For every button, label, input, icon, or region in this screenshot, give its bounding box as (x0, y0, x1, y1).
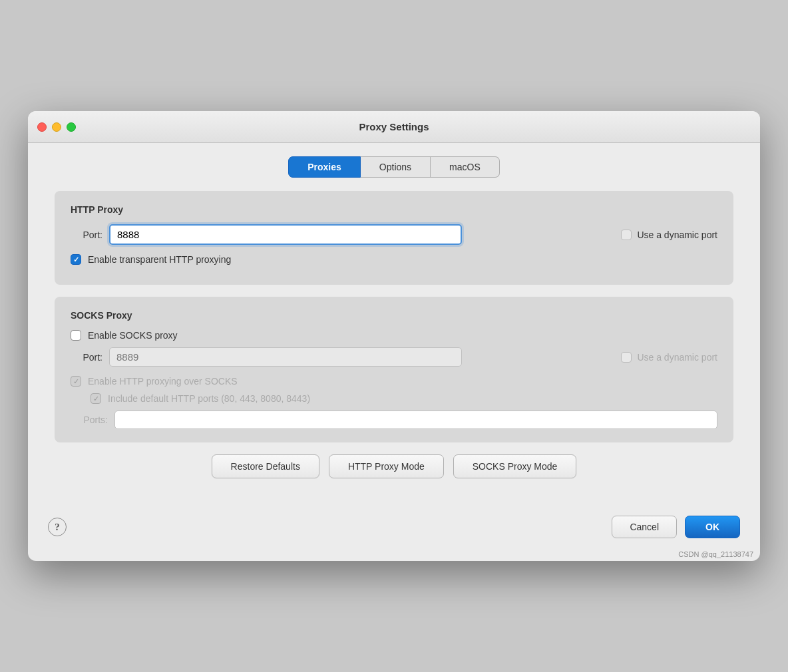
restore-defaults-button[interactable]: Restore Defaults (212, 454, 319, 478)
socks-proxy-mode-button[interactable]: SOCKS Proxy Mode (453, 454, 577, 478)
tab-macos[interactable]: macOS (431, 156, 500, 178)
http-port-input[interactable] (109, 224, 462, 245)
tab-proxies[interactable]: Proxies (288, 156, 361, 178)
titlebar: Proxy Settings (28, 111, 760, 143)
default-ports-row: Include default HTTP ports (80, 443, 808… (91, 393, 717, 404)
help-button[interactable]: ? (48, 518, 67, 536)
minimize-button[interactable] (52, 122, 61, 132)
http-proxy-section: HTTP Proxy Port: Use a dynamic port Enab… (55, 191, 733, 285)
socks-dynamic-port-label: Use a dynamic port (637, 352, 717, 363)
maximize-button[interactable] (67, 122, 76, 132)
enable-socks-label: Enable SOCKS proxy (88, 330, 178, 341)
close-button[interactable] (37, 122, 47, 132)
socks-proxy-section: SOCKS Proxy Enable SOCKS proxy Port: Use… (55, 297, 733, 442)
http-dynamic-port-wrap: Use a dynamic port (621, 230, 717, 240)
traffic-lights (37, 122, 76, 132)
custom-ports-input[interactable] (114, 411, 717, 429)
footer: ? Cancel OK (28, 505, 760, 550)
transparent-proxying-row: Enable transparent HTTP proxying (71, 254, 717, 265)
ok-button[interactable]: OK (685, 516, 740, 538)
socks-dynamic-port-checkbox[interactable] (621, 352, 632, 363)
main-content: Proxies Options macOS HTTP Proxy Port: U… (28, 143, 760, 505)
enable-socks-row: Enable SOCKS proxy (71, 330, 717, 341)
http-over-socks-row: Enable HTTP proxying over SOCKS (71, 376, 717, 387)
cancel-button[interactable]: Cancel (612, 516, 677, 538)
http-over-socks-label: Enable HTTP proxying over SOCKS (88, 376, 238, 387)
default-ports-checkbox[interactable] (91, 393, 101, 404)
socks-port-label: Port: (71, 352, 102, 363)
tab-bar: Proxies Options macOS (55, 156, 733, 178)
footer-right: Cancel OK (612, 516, 740, 538)
http-dynamic-port-checkbox[interactable] (621, 230, 632, 240)
transparent-proxying-label: Enable transparent HTTP proxying (88, 254, 231, 265)
http-dynamic-port-label: Use a dynamic port (637, 230, 717, 240)
enable-socks-checkbox[interactable] (71, 330, 81, 341)
proxy-settings-window: Proxy Settings Proxies Options macOS HTT… (28, 111, 760, 561)
http-port-row: Port: Use a dynamic port (71, 224, 717, 245)
bottom-buttons: Restore Defaults HTTP Proxy Mode SOCKS P… (55, 454, 733, 478)
tab-options[interactable]: Options (361, 156, 431, 178)
socks-dynamic-port-wrap: Use a dynamic port (621, 352, 717, 363)
custom-ports-row: Ports: (71, 411, 717, 429)
window-title: Proxy Settings (359, 121, 429, 132)
http-port-label: Port: (71, 230, 102, 240)
custom-ports-label: Ports: (71, 415, 108, 425)
watermark: CSDN @qq_21138747 (28, 550, 760, 561)
socks-port-row: Port: Use a dynamic port (71, 347, 717, 367)
http-proxy-section-label: HTTP Proxy (71, 204, 717, 215)
http-over-socks-checkbox[interactable] (71, 376, 81, 387)
socks-proxy-section-label: SOCKS Proxy (71, 310, 717, 321)
default-ports-label: Include default HTTP ports (80, 443, 808… (108, 393, 310, 404)
transparent-proxying-checkbox[interactable] (71, 254, 81, 265)
http-proxy-mode-button[interactable]: HTTP Proxy Mode (329, 454, 444, 478)
socks-port-input[interactable] (109, 347, 462, 367)
